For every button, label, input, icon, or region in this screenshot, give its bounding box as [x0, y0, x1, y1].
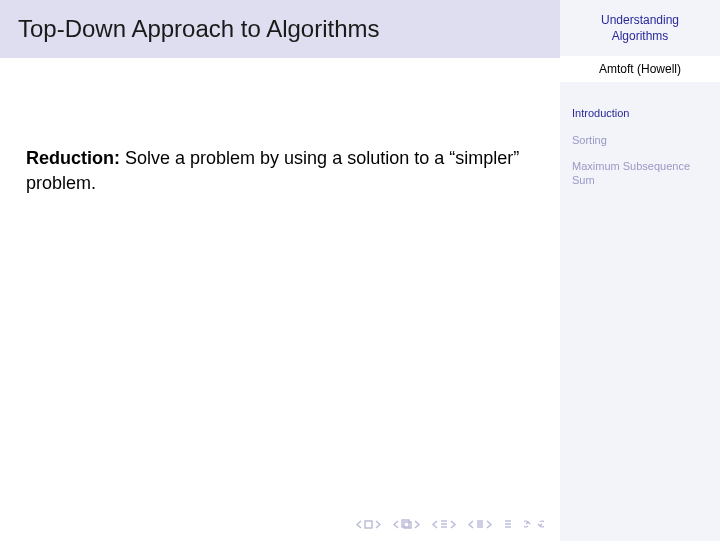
- subsection-icon: [440, 519, 448, 529]
- chevron-right-icon: [450, 520, 456, 529]
- appendix-icon: [476, 519, 484, 529]
- undo-redo-icon: [524, 519, 544, 529]
- sidebar-item-label: Maximum Subsequence Sum: [572, 160, 690, 186]
- nav-goto-end[interactable]: [504, 519, 512, 529]
- chevron-left-icon: [393, 520, 399, 529]
- reduction-paragraph: Reduction: Solve a problem by using a so…: [26, 146, 534, 196]
- chevron-right-icon: [486, 520, 492, 529]
- slide-title: Top-Down Approach to Algorithms: [18, 15, 380, 43]
- svg-rect-1: [402, 520, 409, 527]
- sidebar-title-line1: Understanding: [601, 13, 679, 27]
- sidebar-item-label: Introduction: [572, 107, 629, 119]
- reduction-term: Reduction:: [26, 148, 120, 168]
- sidebar-author: Amtoft (Howell): [560, 56, 720, 82]
- frame-icon: [364, 520, 373, 529]
- nav-back-forward[interactable]: [524, 519, 544, 529]
- nav-frame-group[interactable]: [356, 520, 381, 529]
- sidebar-item-label: Sorting: [572, 134, 607, 146]
- nav-appendix-group[interactable]: [468, 519, 492, 529]
- beamer-navbar: [0, 515, 560, 533]
- chevron-left-icon: [356, 520, 362, 529]
- slide-body: Reduction: Solve a problem by using a so…: [0, 58, 560, 541]
- slide: Top-Down Approach to Algorithms Reductio…: [0, 0, 720, 541]
- chevron-right-icon: [414, 520, 420, 529]
- sidebar-item-max-subseq[interactable]: Maximum Subsequence Sum: [560, 153, 720, 194]
- sidebar-title: Understanding Algorithms: [560, 12, 720, 56]
- sidebar: Understanding Algorithms Amtoft (Howell)…: [560, 0, 720, 541]
- svg-rect-0: [365, 521, 372, 528]
- slide-header: Top-Down Approach to Algorithms: [0, 0, 560, 58]
- chevron-left-icon: [468, 520, 474, 529]
- section-icon: [401, 519, 412, 529]
- nav-section-group[interactable]: [393, 519, 420, 529]
- lines-icon: [504, 519, 512, 529]
- sidebar-item-introduction[interactable]: Introduction: [560, 100, 720, 126]
- chevron-left-icon: [432, 520, 438, 529]
- nav-subsection-group[interactable]: [432, 519, 456, 529]
- sidebar-item-sorting[interactable]: Sorting: [560, 127, 720, 153]
- sidebar-title-line2: Algorithms: [612, 29, 669, 43]
- chevron-right-icon: [375, 520, 381, 529]
